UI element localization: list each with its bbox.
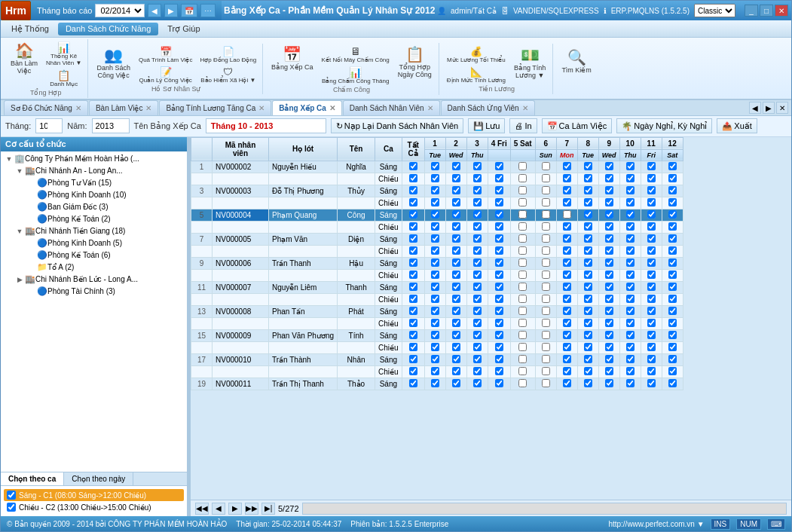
cell-day-6[interactable] [535, 185, 556, 197]
day-checkbox[interactable] [473, 283, 482, 291]
cell-day-10[interactable] [619, 365, 641, 378]
day-checkbox[interactable] [431, 186, 439, 194]
cell-day-1[interactable] [424, 353, 445, 365]
cell-day-11[interactable] [641, 341, 662, 353]
day-checkbox[interactable] [542, 271, 550, 279]
day-checkbox[interactable] [495, 162, 503, 170]
tab-bang-xep-ca[interactable]: Bảng Xếp Ca ✕ [272, 100, 342, 115]
cell-day-6[interactable] [535, 221, 556, 233]
day-checkbox[interactable] [542, 307, 550, 315]
cell-day-3[interactable] [466, 257, 488, 269]
day-checkbox[interactable] [605, 307, 613, 315]
checkbox-tatca[interactable] [409, 246, 417, 255]
cell-day-8[interactable] [577, 329, 598, 341]
cell-day-5[interactable] [510, 161, 535, 173]
cell-day-5[interactable] [510, 209, 535, 221]
day-checkbox[interactable] [584, 162, 592, 170]
cell-day-6[interactable] [535, 365, 556, 378]
org-tree[interactable]: ▼ 🏢 Công Ty Phần Mềm Hoàn Hảo (... ▼ 🏬 C… [1, 151, 187, 472]
cell-day-2[interactable] [445, 281, 466, 293]
day-checkbox[interactable] [668, 343, 677, 351]
cell-tatca[interactable] [402, 329, 424, 341]
cell-day-11[interactable] [641, 245, 662, 257]
cell-day-4[interactable] [488, 173, 510, 185]
day-checkbox[interactable] [495, 343, 503, 351]
cell-day-11[interactable] [641, 233, 662, 245]
day-checkbox[interactable] [626, 222, 635, 231]
cell-day-5[interactable] [510, 317, 535, 329]
day-checkbox[interactable] [431, 319, 439, 327]
cell-day-12[interactable] [662, 197, 683, 209]
day-checkbox[interactable] [452, 222, 460, 231]
cell-day-12[interactable] [662, 341, 683, 353]
checkbox-tatca[interactable] [409, 343, 417, 351]
cell-day-3[interactable] [466, 185, 488, 197]
day-checkbox[interactable] [563, 343, 571, 351]
day-checkbox[interactable] [647, 210, 656, 219]
cell-day-4[interactable] [488, 269, 510, 281]
checkbox-tatca[interactable] [409, 174, 417, 182]
cell-day-11[interactable] [641, 329, 662, 341]
day-checkbox[interactable] [452, 367, 460, 375]
cell-day-6[interactable] [535, 317, 556, 329]
cell-day-11[interactable] [641, 185, 662, 197]
cell-day-9[interactable] [598, 365, 619, 378]
day-checkbox[interactable] [584, 343, 592, 351]
cell-tatca[interactable] [402, 221, 424, 233]
day-checkbox[interactable] [647, 174, 656, 182]
day-checkbox[interactable] [542, 379, 550, 387]
cell-tatca[interactable] [402, 353, 424, 365]
cell-day-7[interactable] [556, 257, 577, 269]
day-checkbox[interactable] [431, 210, 439, 219]
cell-day-2[interactable] [445, 185, 466, 197]
btn-tong-hop-ngay[interactable]: 📋 Tổng HợpNgày Công [394, 44, 436, 81]
cell-day-11[interactable] [641, 209, 662, 221]
cell-day-5[interactable] [510, 293, 535, 305]
tree-toggle-10[interactable]: ▶ [14, 274, 25, 285]
day-checkbox[interactable] [563, 162, 571, 170]
tab-bang-tinh-luong-close[interactable]: ✕ [258, 104, 265, 112]
day-checkbox[interactable] [647, 319, 656, 327]
cell-day-1[interactable] [424, 221, 445, 233]
cell-day-10[interactable] [619, 329, 641, 341]
cell-day-7[interactable] [556, 365, 577, 378]
day-checkbox[interactable] [563, 246, 571, 255]
day-checkbox[interactable] [605, 174, 613, 182]
tree-phong-kd-2[interactable]: 🔵 Phòng Kinh Doanh (5) [2, 237, 185, 249]
cell-tatca[interactable] [402, 197, 424, 209]
page-last[interactable]: ▶▶ [245, 503, 258, 515]
day-checkbox[interactable] [647, 258, 656, 267]
cell-day-6[interactable] [535, 329, 556, 341]
theme-select[interactable]: Classic [694, 4, 735, 17]
day-checkbox[interactable] [473, 319, 482, 327]
day-checkbox[interactable] [542, 198, 550, 206]
table-row[interactable]: Chiều [191, 197, 683, 209]
cell-day-7[interactable] [556, 293, 577, 305]
day-checkbox[interactable] [452, 246, 460, 255]
cell-day-3[interactable] [466, 378, 488, 390]
day-checkbox[interactable] [473, 210, 482, 219]
tab-bang-xep-ca-close[interactable]: ✕ [329, 104, 335, 112]
cell-day-10[interactable] [619, 378, 641, 390]
cell-day-6[interactable] [535, 233, 556, 245]
table-row[interactable]: 15NV000009Phan Văn PhươngTínhSáng [191, 329, 683, 341]
cell-day-11[interactable] [641, 317, 662, 329]
day-checkbox[interactable] [584, 198, 592, 206]
cell-tatca[interactable] [402, 293, 424, 305]
cell-day-1[interactable] [424, 161, 445, 173]
checkbox-tatca[interactable] [409, 331, 417, 339]
day-checkbox[interactable] [495, 283, 503, 291]
day-checkbox[interactable] [668, 367, 677, 375]
day-checkbox[interactable] [584, 307, 592, 315]
cell-day-8[interactable] [577, 269, 598, 281]
maximize-btn[interactable]: □ [760, 5, 773, 17]
day-checkbox[interactable] [563, 222, 571, 231]
cell-day-7[interactable] [556, 329, 577, 341]
cell-day-11[interactable] [641, 365, 662, 378]
checkbox-tatca[interactable] [409, 234, 417, 243]
btn-dinh-muc[interactable]: 📐 Định Mức Tính Lương [444, 66, 509, 85]
cell-day-1[interactable] [424, 365, 445, 378]
day-checkbox[interactable] [452, 174, 460, 182]
day-checkbox[interactable] [542, 162, 550, 170]
tab-so-do[interactable]: Sơ Đồ Chức Năng ✕ [4, 100, 88, 115]
